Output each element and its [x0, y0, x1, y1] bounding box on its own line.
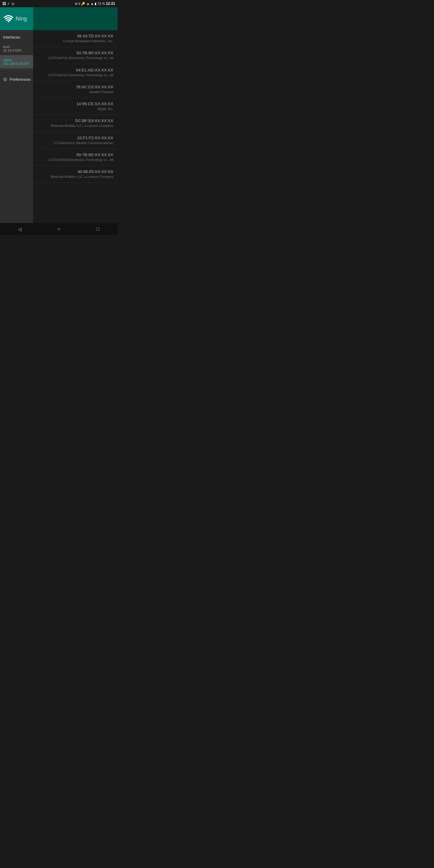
- svg-point-1: [8, 21, 9, 22]
- sidebar-nav: Interfaces tun0 - 10.10.0.5/24 wlan0 - 1…: [0, 30, 33, 223]
- app-header: Ning: [0, 7, 33, 30]
- preferences-label: Preferences: [10, 77, 31, 82]
- clock: 12:21: [106, 1, 115, 6]
- device-vendor: Motorola Mobility LLC, a Lenovo Company: [37, 175, 113, 179]
- device-item[interactable]: 40:88:05:XX:XX:XXMotorola Mobility LLC, …: [33, 166, 118, 183]
- device-mac: DC:BF:E9:XX:XX:XX: [37, 119, 113, 123]
- right-panel: 38:43:7D:XX:XX:XXCompal Broadband Networ…: [33, 7, 118, 223]
- status-left-icons: 🖼 ✓ ◎: [2, 1, 14, 6]
- home-icon: ○: [57, 226, 60, 232]
- device-vendor: Apple, Inc.: [37, 107, 113, 111]
- device-mac: 78:AC:C0:XX:XX:XX: [37, 85, 113, 89]
- recents-button[interactable]: □: [79, 223, 118, 235]
- check-icon: ✓: [7, 1, 10, 6]
- home-button[interactable]: ○: [39, 223, 79, 235]
- wifi-icon: ▲: [86, 2, 90, 5]
- device-item[interactable]: 50:7B:9D:XX:XX:XXLCFC(HeFei) Electronics…: [33, 47, 118, 64]
- sidebar-item-tun0[interactable]: tun0 - 10.10.0.5/24: [0, 42, 33, 55]
- device-vendor: LCFC(HeFei) Electronics Technology co., …: [37, 56, 113, 60]
- nav-bar: ◁ ○ □: [0, 223, 118, 235]
- device-item[interactable]: 10:F1:F2:XX:XX:XXLG Electronics (Mobile …: [33, 132, 118, 149]
- status-bar: 🖼 ✓ ◎ ⊖ # 🔑 ▲ ▲ ▮ 72 % 12:21: [0, 0, 118, 7]
- device-item[interactable]: 54:E1:AD:XX:XX:XXLCFC(HeFei) Electronics…: [33, 64, 118, 81]
- left-panel: Ning Interfaces tun0 - 10.10.0.5/24 wlan…: [0, 7, 33, 223]
- interfaces-label: Interfaces: [0, 30, 33, 42]
- recents-icon: □: [96, 226, 99, 232]
- device-mac: 40:88:05:XX:XX:XX: [37, 169, 113, 174]
- key-icon: 🔑: [81, 2, 85, 6]
- device-item[interactable]: 38:43:7D:XX:XX:XXCompal Broadband Networ…: [33, 30, 118, 47]
- device-item[interactable]: 50:7B:9D:XX:XX:XXLCFC(HeFei) Electronics…: [33, 149, 118, 166]
- gear-icon: ⚙: [3, 76, 7, 82]
- device-vendor: LCFC(HeFei) Electronics Technology co., …: [37, 158, 113, 162]
- device-vendor: Compal Broadband Networks, Inc.: [37, 39, 113, 43]
- device-item[interactable]: DC:BF:E9:XX:XX:XXMotorola Mobility LLC, …: [33, 115, 118, 132]
- minus-circle-icon: ⊖: [75, 2, 78, 6]
- app-title: Ning: [16, 16, 27, 22]
- battery-percent: 72 %: [97, 2, 105, 5]
- device-mac: 50:7B:9D:XX:XX:XX: [37, 153, 113, 157]
- signal-icon: ▲: [90, 2, 94, 5]
- device-vendor: LG Electronics (Mobile Communications): [37, 141, 113, 145]
- status-right-icons: ⊖ # 🔑 ▲ ▲ ▮ 72 % 12:21: [75, 1, 115, 6]
- device-vendor: Motorola Mobility LLC, a Lenovo Company: [37, 124, 113, 128]
- image-icon: 🖼: [2, 1, 6, 6]
- device-vendor: LCFC(HeFei) Electronics Technology co., …: [37, 73, 113, 77]
- device-list: 38:43:7D:XX:XX:XXCompal Broadband Networ…: [33, 30, 118, 223]
- device-item[interactable]: 14:95:CE:XX:XX:XXApple, Inc.: [33, 98, 118, 115]
- device-vendor: Hewlett Packard: [37, 90, 113, 94]
- back-icon: ◁: [18, 226, 22, 232]
- preferences-item[interactable]: ⚙ Preferences: [0, 72, 33, 87]
- hash-icon: #: [79, 2, 80, 5]
- main-container: Ning Interfaces tun0 - 10.10.0.5/24 wlan…: [0, 7, 118, 223]
- device-item[interactable]: 78:AC:C0:XX:XX:XXHewlett Packard: [33, 81, 118, 98]
- battery-icon: ▮: [95, 2, 96, 6]
- device-mac: 10:F1:F2:XX:XX:XX: [37, 135, 113, 140]
- wifi-speed-icon: [3, 13, 14, 24]
- back-button[interactable]: ◁: [0, 223, 39, 235]
- device-mac: 14:95:CE:XX:XX:XX: [37, 101, 113, 106]
- sidebar-item-wlan0[interactable]: wlan0 - 192.168.0.167/24: [0, 55, 33, 68]
- right-panel-header: [33, 7, 118, 30]
- device-mac: 38:43:7D:XX:XX:XX: [37, 34, 113, 38]
- device-mac: 54:E1:AD:XX:XX:XX: [37, 68, 113, 72]
- sidebar-divider: [0, 70, 33, 70]
- device-mac: 50:7B:9D:XX:XX:XX: [37, 51, 113, 55]
- target-icon: ◎: [11, 2, 14, 6]
